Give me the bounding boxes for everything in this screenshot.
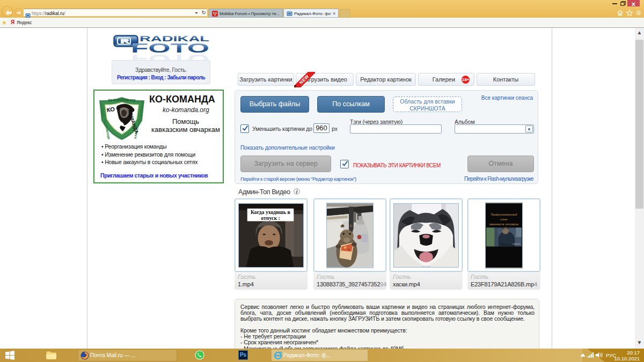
svg-text:машиниста тепловоза: машиниста тепловоза <box>489 222 518 225</box>
svg-text:Когда уходишь в: Когда уходишь в <box>251 209 290 215</box>
svg-text:сленг: сленг <box>500 217 507 220</box>
svg-text:отпуск :: отпуск : <box>261 215 280 220</box>
svg-text:ko‑komanda.org: ko‑komanda.org <box>108 98 136 102</box>
svg-text:Профессиональный: Профессиональный <box>491 213 517 216</box>
svg-text:◇movici: ◇movici <box>511 242 520 245</box>
